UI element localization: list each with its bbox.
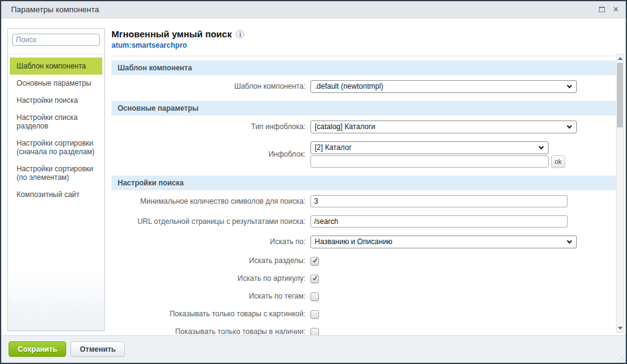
save-button[interactable]: Сохранить <box>9 341 66 357</box>
dialog-body: Шаблон компонента Основные параметры Нас… <box>1 19 626 335</box>
component-title: Мгновенный умный поиск <box>111 29 231 39</box>
chevron-down-icon <box>567 124 572 128</box>
sidebar-item-search-settings[interactable]: Настройки поиска <box>10 92 102 109</box>
min-chars-input[interactable] <box>310 195 568 207</box>
component-code: atum:smartsearchpro <box>111 41 617 50</box>
field-label: Искать по: <box>111 237 310 247</box>
chevron-down-icon <box>567 83 572 88</box>
iblock-select[interactable]: [2] Каталог <box>310 141 549 154</box>
dialog-titlebar: Параметры компонента × <box>1 1 626 18</box>
only-with-picture-checkbox[interactable] <box>310 310 319 319</box>
search-by-select-value: Названию и Описанию <box>315 237 392 246</box>
form-row-iblock-type: Тип инфоблока: [catalog] Каталоги <box>111 121 617 133</box>
field-label: Инфоблок: <box>111 150 310 159</box>
parameters-form: Мгновенный умный поиск i atum:smartsearc… <box>111 19 617 363</box>
resize-grip[interactable] <box>616 353 624 361</box>
dialog-footer: Сохранить Отменить <box>1 335 626 363</box>
field-label: Минимальное количество символов для поис… <box>111 197 310 206</box>
form-row-search-sections: Искать разделы: <box>111 256 617 266</box>
sidebar-item-section-list-settings[interactable]: Настройки списка разделов <box>10 109 102 135</box>
field-label: Искать разделы: <box>111 256 310 266</box>
field-label: Показывать только товары с картинкой: <box>111 310 310 319</box>
form-row-search-by: Искать по: Названию и Описанию <box>111 236 617 248</box>
settings-sidebar: Шаблон компонента Основные параметры Нас… <box>7 28 105 331</box>
search-by-tags-checkbox[interactable] <box>310 292 319 301</box>
sidebar-item-composite-site[interactable]: Композитный сайт <box>10 186 102 203</box>
scroll-down-icon[interactable] <box>618 327 623 330</box>
template-select-value: .default (newtontmpl) <box>315 82 383 91</box>
section-header-search-settings: Настройки поиска <box>111 176 617 190</box>
vertical-scrollbar[interactable] <box>616 54 624 333</box>
sidebar-search-input[interactable] <box>12 34 100 46</box>
section-header-main-parameters: Основные параметры <box>111 101 617 116</box>
field-label: URL отдельной страницы с результатами по… <box>111 217 310 226</box>
scrollbar-thumb[interactable] <box>617 63 623 127</box>
form-row-search-url: URL отдельной страницы с результатами по… <box>111 215 617 228</box>
chevron-down-icon <box>567 239 572 243</box>
form-row-template: Шаблон компонента: .default (newtontmpl) <box>111 80 617 93</box>
maximize-icon[interactable] <box>599 7 605 12</box>
header-rule <box>111 56 617 56</box>
sidebar-divider <box>8 54 104 54</box>
chevron-down-icon <box>539 144 544 149</box>
sidebar-item-component-template[interactable]: Шаблон компонента <box>10 58 102 75</box>
ok-button[interactable]: ok <box>551 155 565 168</box>
field-label: Искать по артикулу: <box>111 274 310 283</box>
form-row-only-with-picture: Показывать только товары с картинкой: <box>111 310 617 319</box>
search-url-input[interactable] <box>310 215 568 228</box>
template-select[interactable]: .default (newtontmpl) <box>310 80 577 93</box>
sidebar-item-main-parameters[interactable]: Основные параметры <box>10 75 102 92</box>
search-by-article-checkbox[interactable] <box>310 275 319 283</box>
search-by-select[interactable]: Названию и Описанию <box>310 236 577 248</box>
info-icon[interactable]: i <box>236 30 244 39</box>
iblock-type-select-value: [catalog] Каталоги <box>315 122 375 131</box>
scroll-up-icon[interactable] <box>618 57 623 60</box>
dialog-title: Параметры компонента <box>11 1 99 18</box>
form-row-search-by-article: Искать по артикулу: <box>111 274 617 283</box>
form-row-min-chars: Минимальное количество символов для поис… <box>111 195 617 207</box>
component-parameters-dialog: Параметры компонента × Шаблон компонента… <box>0 0 627 364</box>
section-header-template: Шаблон компонента <box>111 61 617 75</box>
search-sections-checkbox[interactable] <box>310 257 319 266</box>
component-header: Мгновенный умный поиск i atum:smartsearc… <box>111 19 617 56</box>
close-icon[interactable]: × <box>613 3 618 15</box>
sidebar-items: Шаблон компонента Основные параметры Нас… <box>8 58 104 203</box>
iblock-id-input[interactable] <box>310 155 549 168</box>
iblock-select-value: [2] Каталог <box>315 143 351 152</box>
form-row-search-by-tags: Искать по тегам: <box>111 292 617 301</box>
field-label: Тип инфоблока: <box>111 122 310 132</box>
iblock-type-select[interactable]: [catalog] Каталоги <box>310 121 577 133</box>
field-label: Искать по тегам: <box>111 292 310 301</box>
sidebar-item-sort-by-elements[interactable]: Настройки сортировки (по элементам) <box>10 160 102 186</box>
form-row-iblock: Инфоблок: [2] Каталог ok <box>111 141 617 168</box>
field-label: Шаблон компонента: <box>111 82 310 91</box>
cancel-button[interactable]: Отменить <box>70 341 125 357</box>
sidebar-item-sort-by-sections[interactable]: Настройки сортировки (сначала по раздела… <box>10 135 102 160</box>
